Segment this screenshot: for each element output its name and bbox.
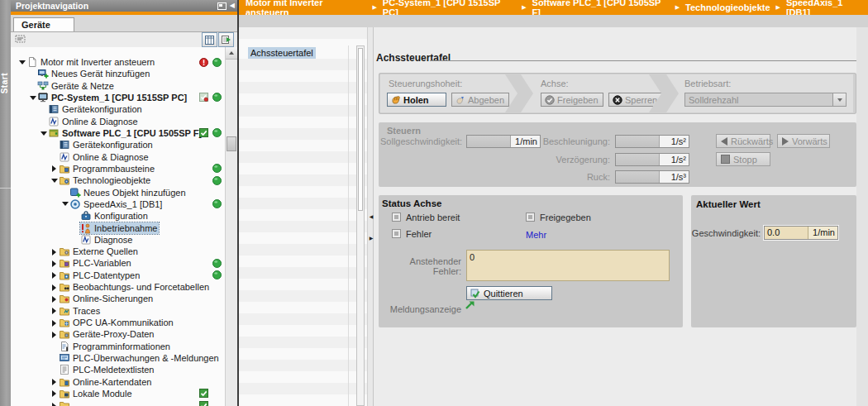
tree-item[interactable]: PLC-Variablen bbox=[11, 257, 225, 269]
tree-item-content[interactable]: PC-System_1 [CPU 1515SP PC] bbox=[37, 92, 188, 103]
sollgeschwindigkeit-field[interactable]: 1/min bbox=[466, 135, 541, 148]
betriebsart-dropdown[interactable]: Solldrehzahl bbox=[684, 93, 847, 107]
tree-item-content[interactable]: Online-Sicherungen bbox=[59, 293, 155, 304]
collapse-arrow-icon[interactable] bbox=[29, 94, 36, 102]
tree-item-content[interactable]: PLC-Datentypen bbox=[59, 270, 141, 281]
freigegeben-checkbox[interactable] bbox=[526, 213, 535, 222]
secondary-nav-scroll-thumb[interactable] bbox=[358, 48, 363, 211]
tree-item-content[interactable]: PLC-Meldetextlisten bbox=[59, 364, 155, 375]
tree-item[interactable] bbox=[11, 399, 225, 406]
vorwaerts-button[interactable]: Vorwärts bbox=[777, 134, 830, 148]
tree-item[interactable]: Online & Diagnose bbox=[11, 151, 225, 163]
secondary-nav-item-achssteuertafel[interactable]: Achssteuertafel bbox=[248, 47, 316, 59]
collapse-arrow-icon[interactable] bbox=[61, 200, 69, 208]
tree-item[interactable]: Software PLC_1 [CPU 1505SP F] bbox=[11, 127, 225, 139]
tree-item-content[interactable]: Diagnose bbox=[80, 234, 134, 246]
expand-arrow-icon[interactable] bbox=[50, 378, 58, 385]
tree-item-content[interactable]: Traces bbox=[59, 305, 102, 317]
expand-arrow-icon[interactable] bbox=[50, 271, 58, 279]
tree-item-content[interactable]: Online-Kartendaten bbox=[59, 376, 153, 388]
tree-item[interactable]: Geräte & Netze bbox=[11, 80, 225, 92]
expand-arrow-icon[interactable] bbox=[50, 260, 58, 267]
abgeben-button[interactable]: Abgeben bbox=[451, 93, 509, 107]
tree-item[interactable]: PLC-Datentypen bbox=[11, 270, 225, 281]
freigeben-button[interactable]: Freigeben bbox=[541, 93, 603, 107]
scrollbar-thumb[interactable] bbox=[227, 136, 236, 151]
tree-item-content[interactable] bbox=[59, 399, 74, 406]
collapse-arrow-icon[interactable] bbox=[18, 59, 26, 66]
tree-item-content[interactable]: PLC-Variablen bbox=[59, 257, 133, 269]
tree-item[interactable]: Motor mit Inverter ansteuern bbox=[11, 56, 225, 68]
tree-scrollbar[interactable] bbox=[225, 47, 237, 406]
tree-item-content[interactable]: Software PLC_1 [CPU 1505SP F] bbox=[48, 127, 203, 139]
ruck-field[interactable]: 1/s³ bbox=[615, 170, 689, 184]
tree-item[interactable]: OPC UA-Kommunikation bbox=[11, 317, 225, 328]
tree-item[interactable]: Online-Sicherungen bbox=[11, 293, 225, 304]
tree-item[interactable]: Programminformationen bbox=[11, 341, 225, 352]
start-rail-label[interactable]: Start bbox=[0, 73, 11, 93]
tree-item[interactable]: Inbetriebnahme bbox=[11, 222, 225, 233]
collapse-panel-icon[interactable]: ◀ bbox=[230, 0, 235, 12]
tree-item[interactable]: SpeedAxis_1 [DB1] bbox=[11, 198, 225, 210]
tree-item[interactable]: Neues Gerät hinzufügen bbox=[11, 68, 225, 79]
anstehender-fehler-field[interactable]: 0 bbox=[466, 250, 670, 281]
tree-item[interactable]: Neues Objekt hinzufügen bbox=[11, 186, 225, 198]
tree-item-content[interactable]: Externe Quellen bbox=[59, 246, 140, 257]
tree-item-content[interactable]: PLC-Überwachungen & -Meldungen bbox=[59, 352, 221, 364]
open-message-display-icon[interactable] bbox=[465, 299, 476, 310]
tree-item[interactable]: Gerätekonfiguration bbox=[11, 103, 225, 115]
expand-arrow-icon[interactable] bbox=[50, 165, 58, 172]
tree-item[interactable]: Programmbausteine bbox=[11, 163, 225, 174]
secondary-nav-scrollbar[interactable] bbox=[356, 45, 365, 406]
splitter-handle[interactable]: ◀ ▶ bbox=[367, 27, 374, 406]
tree-item[interactable]: Konfiguration bbox=[11, 210, 225, 222]
expand-arrow-icon[interactable] bbox=[50, 284, 58, 291]
tree-item-content[interactable]: Neues Gerät hinzufügen bbox=[37, 68, 151, 79]
tree-item-content[interactable]: Programminformationen bbox=[59, 341, 172, 352]
expand-arrow-icon[interactable] bbox=[50, 319, 58, 327]
expand-arrow-icon[interactable] bbox=[50, 331, 58, 338]
tree-item[interactable]: Gerätekonfiguration bbox=[11, 139, 225, 150]
collapse-arrow-icon[interactable] bbox=[40, 130, 47, 137]
tree-item-content[interactable]: Beobachtungs- und Forcetabellen bbox=[59, 281, 211, 293]
split-view-icon[interactable] bbox=[218, 32, 234, 47]
verzoegerung-field[interactable]: 1/s² bbox=[615, 153, 689, 166]
tree-item-content[interactable]: Online & Diagnose bbox=[48, 116, 140, 127]
tree-item-content[interactable]: Gerätekonfiguration bbox=[59, 139, 155, 150]
tree-item[interactable]: Beobachtungs- und Forcetabellen bbox=[11, 281, 225, 293]
float-window-icon[interactable] bbox=[217, 2, 227, 10]
tree-item[interactable]: Lokale Module bbox=[11, 388, 225, 399]
tree-item-content[interactable]: Online & Diagnose bbox=[59, 151, 150, 163]
expand-arrow-icon[interactable] bbox=[50, 389, 58, 397]
scroll-up-icon[interactable] bbox=[226, 47, 237, 60]
tree-item-content[interactable]: Neues Objekt hinzufügen bbox=[69, 187, 188, 198]
expand-arrow-icon[interactable] bbox=[50, 307, 58, 314]
fehler-checkbox[interactable] bbox=[392, 229, 401, 238]
tree-item-content[interactable]: Konfiguration bbox=[80, 210, 150, 222]
tree-item[interactable]: Geräte-Proxy-Daten bbox=[11, 328, 225, 340]
beschleunigung-field[interactable]: 1/s² bbox=[615, 135, 689, 148]
tree-item-content[interactable]: Geräte & Netze bbox=[37, 80, 116, 92]
tree-item[interactable]: Technologieobjekte bbox=[11, 174, 225, 186]
tree-item[interactable]: PLC-Meldetextlisten bbox=[11, 364, 225, 375]
tree-item-content[interactable]: Motor mit Inverter ansteuern bbox=[26, 56, 156, 68]
collapse-arrow-icon[interactable] bbox=[50, 177, 58, 184]
tree-item[interactable]: Online & Diagnose bbox=[11, 116, 225, 127]
tree-item-content[interactable]: Technologieobjekte bbox=[59, 174, 152, 186]
tree-item[interactable]: PC-System_1 [CPU 1515SP PC] bbox=[11, 92, 225, 103]
tree-item-content[interactable]: OPC UA-Kommunikation bbox=[59, 317, 175, 328]
tab-geraete[interactable]: Geräte bbox=[13, 17, 74, 31]
tree-item-content[interactable]: Inbetriebnahme bbox=[80, 222, 159, 234]
sperren-button[interactable]: Sperren bbox=[608, 93, 663, 107]
tree-item[interactable]: Online-Kartendaten bbox=[11, 375, 225, 387]
tree-item-content[interactable]: Lokale Module bbox=[59, 388, 134, 399]
breadcrumb-item[interactable]: Technologieobjekte bbox=[685, 2, 770, 12]
quittieren-button[interactable]: Quittieren bbox=[466, 286, 552, 300]
device-overview-icon[interactable] bbox=[14, 33, 27, 45]
holen-button[interactable]: Holen bbox=[387, 93, 446, 107]
tree-item[interactable]: Traces bbox=[11, 305, 225, 317]
tree-item-content[interactable]: Geräte-Proxy-Daten bbox=[59, 328, 155, 340]
tree-item-content[interactable]: SpeedAxis_1 [DB1] bbox=[69, 198, 164, 210]
expand-arrow-icon[interactable] bbox=[50, 295, 58, 303]
rueckwaerts-button[interactable]: Rückwärts bbox=[716, 134, 770, 148]
